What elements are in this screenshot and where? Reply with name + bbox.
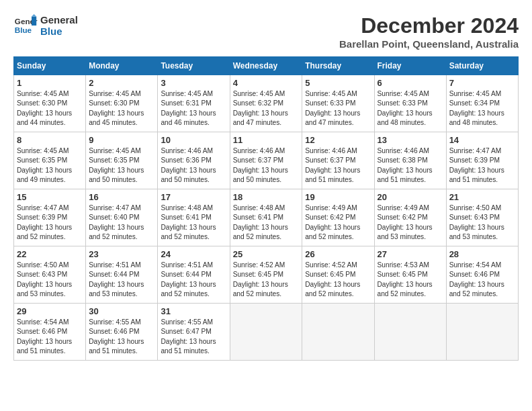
col-header-tuesday: Tuesday — [158, 57, 230, 75]
day-info: Sunrise: 4:49 AM Sunset: 6:42 PM Dayligh… — [378, 203, 443, 242]
day-number: 7 — [449, 78, 515, 88]
calendar-cell: 5Sunrise: 4:45 AM Sunset: 6:33 PM Daylig… — [302, 75, 374, 132]
logo-blue: Blue — [40, 26, 78, 37]
calendar-cell: 27Sunrise: 4:53 AM Sunset: 6:45 PM Dayli… — [374, 246, 446, 304]
header: General Blue General Blue December 2024 … — [13, 13, 519, 50]
calendar-cell: 15Sunrise: 4:47 AM Sunset: 6:39 PM Dayli… — [14, 189, 86, 246]
day-info: Sunrise: 4:55 AM Sunset: 6:47 PM Dayligh… — [161, 318, 226, 356]
day-info: Sunrise: 4:54 AM Sunset: 6:46 PM Dayligh… — [17, 318, 83, 356]
day-number: 4 — [233, 78, 300, 88]
title-area: December 2024 Barellan Point, Queensland… — [339, 13, 519, 50]
day-info: Sunrise: 4:45 AM Sunset: 6:32 PM Dayligh… — [233, 89, 300, 128]
week-row-2: 8Sunrise: 4:45 AM Sunset: 6:35 PM Daylig… — [14, 132, 519, 189]
day-info: Sunrise: 4:45 AM Sunset: 6:33 PM Dayligh… — [378, 89, 443, 128]
day-number: 12 — [305, 135, 371, 145]
day-info: Sunrise: 4:51 AM Sunset: 6:44 PM Dayligh… — [161, 261, 226, 299]
day-number: 23 — [89, 249, 154, 259]
day-number: 3 — [161, 78, 226, 88]
calendar-cell: 23Sunrise: 4:51 AM Sunset: 6:44 PM Dayli… — [86, 246, 158, 304]
day-number: 25 — [233, 249, 300, 259]
day-number: 1 — [17, 78, 83, 88]
day-number: 18 — [233, 192, 300, 202]
day-info: Sunrise: 4:45 AM Sunset: 6:30 PM Dayligh… — [17, 89, 83, 128]
day-info: Sunrise: 4:46 AM Sunset: 6:36 PM Dayligh… — [161, 146, 226, 185]
calendar-cell: 11Sunrise: 4:46 AM Sunset: 6:37 PM Dayli… — [230, 132, 302, 189]
day-info: Sunrise: 4:45 AM Sunset: 6:35 PM Dayligh… — [89, 146, 154, 185]
day-number: 2 — [89, 78, 154, 88]
calendar-cell: 17Sunrise: 4:48 AM Sunset: 6:41 PM Dayli… — [158, 189, 230, 246]
week-row-5: 29Sunrise: 4:54 AM Sunset: 6:46 PM Dayli… — [14, 304, 519, 361]
calendar-cell: 12Sunrise: 4:46 AM Sunset: 6:37 PM Dayli… — [302, 132, 374, 189]
day-number: 6 — [378, 78, 443, 88]
day-info: Sunrise: 4:48 AM Sunset: 6:41 PM Dayligh… — [161, 203, 226, 242]
day-info: Sunrise: 4:53 AM Sunset: 6:45 PM Dayligh… — [378, 261, 443, 299]
calendar: SundayMondayTuesdayWednesdayThursdayFrid… — [13, 56, 519, 361]
header-row: SundayMondayTuesdayWednesdayThursdayFrid… — [14, 57, 519, 75]
day-number: 28 — [449, 249, 515, 259]
day-info: Sunrise: 4:47 AM Sunset: 6:39 PM Dayligh… — [449, 146, 515, 185]
calendar-cell: 13Sunrise: 4:46 AM Sunset: 6:38 PM Dayli… — [374, 132, 446, 189]
col-header-wednesday: Wednesday — [230, 57, 302, 75]
col-header-saturday: Saturday — [446, 57, 518, 75]
logo-general: General — [40, 14, 78, 26]
calendar-cell: 26Sunrise: 4:52 AM Sunset: 6:45 PM Dayli… — [302, 246, 374, 304]
col-header-sunday: Sunday — [14, 57, 86, 75]
week-row-1: 1Sunrise: 4:45 AM Sunset: 6:30 PM Daylig… — [14, 75, 519, 132]
day-info: Sunrise: 4:51 AM Sunset: 6:44 PM Dayligh… — [89, 261, 154, 299]
day-number: 29 — [17, 306, 83, 316]
day-number: 15 — [17, 192, 83, 202]
calendar-cell: 14Sunrise: 4:47 AM Sunset: 6:39 PM Dayli… — [446, 132, 518, 189]
week-row-3: 15Sunrise: 4:47 AM Sunset: 6:39 PM Dayli… — [14, 189, 519, 246]
calendar-cell: 8Sunrise: 4:45 AM Sunset: 6:35 PM Daylig… — [14, 132, 86, 189]
day-number: 30 — [89, 306, 154, 316]
day-number: 8 — [17, 135, 83, 145]
day-number: 5 — [305, 78, 371, 88]
col-header-friday: Friday — [374, 57, 446, 75]
calendar-cell: 16Sunrise: 4:47 AM Sunset: 6:40 PM Dayli… — [86, 189, 158, 246]
calendar-cell: 6Sunrise: 4:45 AM Sunset: 6:33 PM Daylig… — [374, 75, 446, 132]
day-number: 27 — [378, 249, 443, 259]
calendar-cell: 1Sunrise: 4:45 AM Sunset: 6:30 PM Daylig… — [14, 75, 86, 132]
day-number: 24 — [161, 249, 226, 259]
day-info: Sunrise: 4:46 AM Sunset: 6:37 PM Dayligh… — [305, 146, 371, 185]
day-number: 19 — [305, 192, 371, 202]
col-header-monday: Monday — [86, 57, 158, 75]
calendar-cell — [302, 304, 374, 361]
day-info: Sunrise: 4:50 AM Sunset: 6:43 PM Dayligh… — [17, 261, 83, 299]
day-number: 16 — [89, 192, 154, 202]
svg-text:Blue: Blue — [15, 26, 32, 34]
calendar-cell — [374, 304, 446, 361]
calendar-cell: 30Sunrise: 4:55 AM Sunset: 6:46 PM Dayli… — [86, 304, 158, 361]
day-info: Sunrise: 4:52 AM Sunset: 6:45 PM Dayligh… — [233, 261, 300, 299]
calendar-cell: 4Sunrise: 4:45 AM Sunset: 6:32 PM Daylig… — [230, 75, 302, 132]
day-info: Sunrise: 4:45 AM Sunset: 6:35 PM Dayligh… — [17, 146, 83, 185]
calendar-cell: 25Sunrise: 4:52 AM Sunset: 6:45 PM Dayli… — [230, 246, 302, 304]
day-info: Sunrise: 4:54 AM Sunset: 6:46 PM Dayligh… — [449, 261, 515, 299]
svg-marker-2 — [32, 17, 36, 26]
calendar-cell — [230, 304, 302, 361]
day-info: Sunrise: 4:46 AM Sunset: 6:37 PM Dayligh… — [233, 146, 300, 185]
day-number: 11 — [233, 135, 300, 145]
calendar-cell: 31Sunrise: 4:55 AM Sunset: 6:47 PM Dayli… — [158, 304, 230, 361]
day-info: Sunrise: 4:45 AM Sunset: 6:34 PM Dayligh… — [449, 89, 515, 128]
calendar-cell — [446, 304, 518, 361]
day-number: 26 — [305, 249, 371, 259]
day-info: Sunrise: 4:48 AM Sunset: 6:41 PM Dayligh… — [233, 203, 300, 242]
location-title: Barellan Point, Queensland, Australia — [339, 38, 519, 50]
day-number: 10 — [161, 135, 226, 145]
day-number: 13 — [378, 135, 443, 145]
col-header-thursday: Thursday — [302, 57, 374, 75]
day-number: 31 — [161, 306, 226, 316]
day-info: Sunrise: 4:50 AM Sunset: 6:43 PM Dayligh… — [449, 203, 515, 242]
day-number: 20 — [378, 192, 443, 202]
calendar-cell: 21Sunrise: 4:50 AM Sunset: 6:43 PM Dayli… — [446, 189, 518, 246]
day-info: Sunrise: 4:47 AM Sunset: 6:39 PM Dayligh… — [17, 203, 83, 242]
calendar-cell: 24Sunrise: 4:51 AM Sunset: 6:44 PM Dayli… — [158, 246, 230, 304]
day-info: Sunrise: 4:52 AM Sunset: 6:45 PM Dayligh… — [305, 261, 371, 299]
calendar-cell: 19Sunrise: 4:49 AM Sunset: 6:42 PM Dayli… — [302, 189, 374, 246]
month-title: December 2024 — [339, 13, 519, 38]
calendar-cell: 28Sunrise: 4:54 AM Sunset: 6:46 PM Dayli… — [446, 246, 518, 304]
calendar-cell: 18Sunrise: 4:48 AM Sunset: 6:41 PM Dayli… — [230, 189, 302, 246]
day-number: 22 — [17, 249, 83, 259]
calendar-cell: 22Sunrise: 4:50 AM Sunset: 6:43 PM Dayli… — [14, 246, 86, 304]
